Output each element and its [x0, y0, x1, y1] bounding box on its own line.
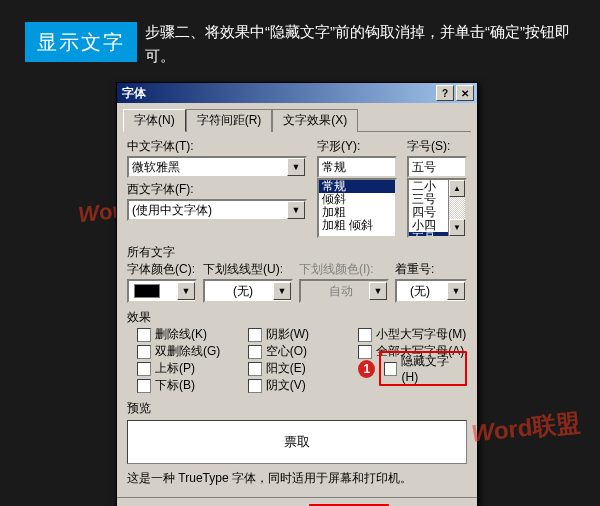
chk-outline[interactable]	[248, 345, 262, 359]
scrollbar[interactable]: ▲ ▼	[448, 180, 465, 236]
size-label: 字号(S):	[407, 138, 467, 155]
chk-hidden[interactable]	[384, 362, 397, 376]
west-font-combo[interactable]: (使用中文字体) ▼	[127, 199, 307, 221]
color-label: 字体颜色(C):	[127, 261, 197, 278]
underline-combo[interactable]: (无) ▼	[203, 279, 293, 303]
chk-smallcaps[interactable]	[358, 328, 372, 342]
scroll-down-icon[interactable]: ▼	[449, 219, 465, 236]
chk-sub[interactable]	[137, 379, 151, 393]
chk-allcaps[interactable]	[358, 345, 372, 359]
chevron-down-icon[interactable]: ▼	[287, 158, 305, 176]
chk-shadow[interactable]	[248, 328, 262, 342]
preview-label: 预览	[127, 400, 467, 417]
cn-font-combo[interactable]: 微软雅黑 ▼	[127, 156, 307, 178]
emphasis-label: 着重号:	[395, 261, 467, 278]
color-swatch	[134, 284, 160, 298]
chk-strike[interactable]	[137, 328, 151, 342]
chk-emboss[interactable]	[248, 362, 262, 376]
tab-effects[interactable]: 文字效果(X)	[272, 109, 358, 132]
cn-font-label: 中文字体(T):	[127, 138, 307, 155]
chevron-down-icon[interactable]: ▼	[177, 282, 195, 300]
chk-label: 空心(O)	[266, 343, 307, 360]
chk-label: 下标(B)	[155, 377, 195, 394]
preview-box: 票取	[127, 420, 467, 464]
chevron-down-icon[interactable]: ▼	[287, 201, 305, 219]
chk-dblstrike[interactable]	[137, 345, 151, 359]
chk-label: 阳文(E)	[266, 360, 306, 377]
style-input[interactable]: 常规	[317, 156, 397, 178]
preview-text: 票取	[284, 433, 310, 451]
cn-font-value: 微软雅黑	[132, 159, 180, 176]
ulcolor-value: 自动	[304, 283, 353, 300]
dialog-footer: 默认(D)... 2 确定 取消	[117, 498, 477, 506]
chevron-down-icon[interactable]: ▼	[273, 282, 291, 300]
west-font-value: (使用中文字体)	[132, 202, 212, 219]
tab-font[interactable]: 字体(N)	[123, 109, 186, 132]
size-list[interactable]: 二小 三号 四号 小四 五号 ▲ ▼	[407, 178, 467, 238]
allfonts-label: 所有文字	[127, 244, 467, 261]
chk-label: 小型大写字母(M)	[376, 326, 466, 343]
chk-label-hidden: 隐藏文字(H)	[401, 353, 462, 384]
titlebar: 字体 ? ✕	[117, 83, 477, 103]
tabs: 字体(N) 字符间距(R) 文字效果(X)	[123, 108, 471, 132]
dialog-title: 字体	[120, 85, 434, 102]
chk-label: 阴文(V)	[266, 377, 306, 394]
chk-label: 删除线(K)	[155, 326, 207, 343]
help-button[interactable]: ?	[436, 85, 454, 101]
chk-label: 双删除线(G)	[155, 343, 220, 360]
chk-label: 上标(P)	[155, 360, 195, 377]
style-label: 字形(Y):	[317, 138, 397, 155]
effects-label: 效果	[127, 309, 467, 326]
chk-label: 阴影(W)	[266, 326, 309, 343]
step-instruction: 步骤二、将效果中“隐藏文字”前的钩取消掉，并单击“确定”按钮即可。	[145, 20, 575, 68]
chk-super[interactable]	[137, 362, 151, 376]
west-font-label: 西文字体(F):	[127, 181, 307, 198]
font-note: 这是一种 TrueType 字体，同时适用于屏幕和打印机。	[127, 470, 467, 487]
ulcolor-combo: 自动 ▼	[299, 279, 389, 303]
list-item[interactable]: 加粗 倾斜	[319, 219, 395, 232]
underline-label: 下划线线型(U):	[203, 261, 293, 278]
size-input[interactable]: 五号	[407, 156, 467, 178]
ulcolor-label: 下划线颜色(I):	[299, 261, 389, 278]
chevron-down-icon[interactable]: ▼	[447, 282, 465, 300]
tab-spacing[interactable]: 字符间距(R)	[186, 109, 273, 132]
step-banner: 显示文字	[25, 22, 137, 62]
color-combo[interactable]: ▼	[127, 279, 197, 303]
emphasis-value: (无)	[400, 283, 430, 300]
chevron-down-icon: ▼	[369, 282, 387, 300]
underline-value: (无)	[208, 283, 253, 300]
close-button[interactable]: ✕	[456, 85, 474, 101]
emphasis-combo[interactable]: (无) ▼	[395, 279, 467, 303]
watermark: Word联盟	[469, 406, 581, 449]
marker-1: 1	[358, 360, 375, 378]
scroll-up-icon[interactable]: ▲	[449, 180, 465, 197]
font-dialog: 字体 ? ✕ 字体(N) 字符间距(R) 文字效果(X) 中文字体(T): 微软…	[116, 82, 478, 506]
style-list[interactable]: 常规 倾斜 加粗 加粗 倾斜	[317, 178, 397, 238]
chk-engrave[interactable]	[248, 379, 262, 393]
